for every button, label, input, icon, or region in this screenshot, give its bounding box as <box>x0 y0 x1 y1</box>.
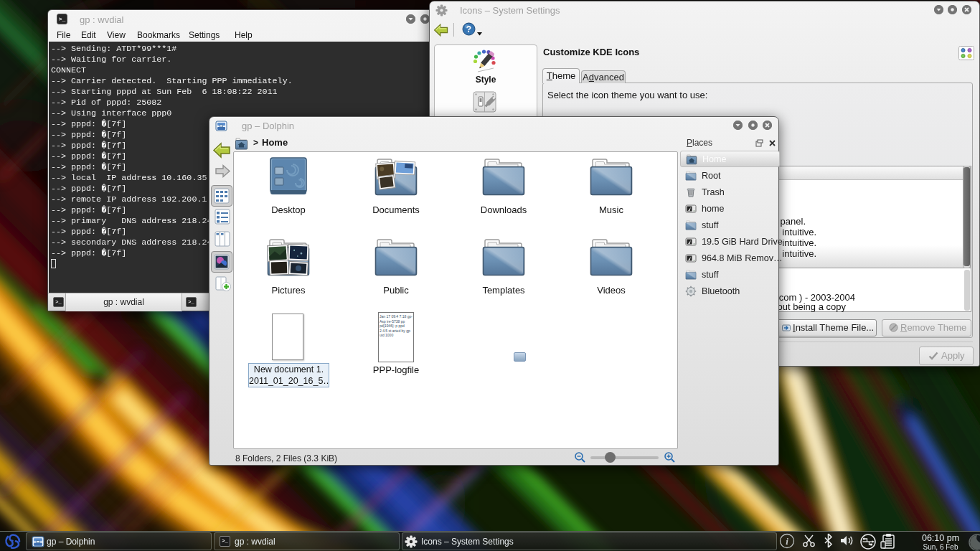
svg-text:?: ? <box>466 24 471 34</box>
svg-text:i: i <box>786 536 788 547</box>
